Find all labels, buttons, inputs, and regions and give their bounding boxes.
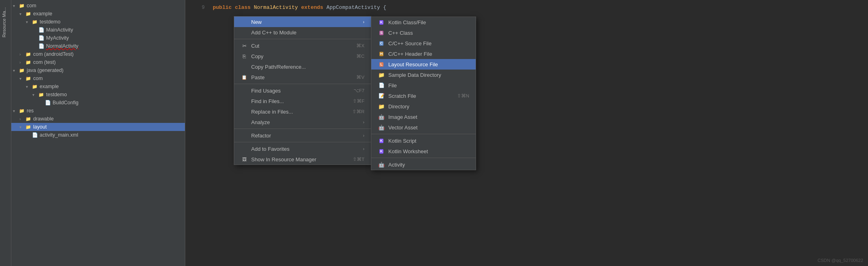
tree-item[interactable]: 📄MyActivity (11, 34, 185, 42)
submenu-sep2 (371, 158, 476, 158)
submenu-kotlin-script[interactable]: K Kotlin Script (371, 135, 476, 146)
context-menu: New › K Kotlin Class/File S C++ Class C … (234, 16, 371, 165)
cpp-class-icon: S (378, 30, 385, 36)
tree-item[interactable]: 📄NormalActivity (11, 42, 185, 50)
tree-item[interactable]: ▾📁testdemo (11, 18, 185, 26)
show-resource-icon: 🖼 (241, 156, 248, 163)
new-submenu: K Kotlin Class/File S C++ Class C C/C++ … (371, 17, 476, 170)
tree-item-label: example (33, 11, 52, 17)
resource-manager-label: Resource Ma... (0, 4, 8, 41)
favorites-submenu-arrow: › (363, 146, 364, 151)
submenu-sample-data-dir[interactable]: 📁 Sample Data Directory (371, 70, 476, 80)
class-icon: 📄 (38, 43, 44, 49)
submenu-directory[interactable]: 📁 Directory (371, 101, 476, 112)
tree-item-label: BuildConfig (53, 100, 78, 106)
tree-item[interactable]: ▾📁example (11, 82, 185, 91)
tree-item[interactable]: ▾📁example (11, 10, 185, 18)
context-menu-overlay: New › K Kotlin Class/File S C++ Class C … (185, 0, 868, 266)
tree-item-label: MyActivity (46, 35, 69, 41)
menu-item-paste[interactable]: 📋 Paste ⌘V (234, 72, 371, 82)
layout-resource-icon: L (378, 61, 385, 68)
tree-arrow: ▾ (19, 12, 25, 16)
image-asset-icon: 🤖 (378, 114, 385, 120)
c-header-icon: H (378, 51, 385, 57)
new-icon (241, 19, 248, 25)
submenu-kotlin-worksheet[interactable]: K Kotlin Worksheet (371, 146, 476, 156)
submenu-c-header[interactable]: H C/C++ Header File (371, 49, 476, 59)
kotlin-script-icon: K (378, 137, 385, 144)
tree-item[interactable]: ▾📁java (generated) (11, 66, 185, 74)
tree-arrow: › (19, 117, 25, 121)
menu-item-replace-in-files[interactable]: Replace in Files... ⇧⌘R (234, 106, 371, 117)
file-icon: 📄 (32, 132, 38, 138)
tree-arrow: ▾ (32, 93, 38, 97)
kotlin-class-icon: K (378, 19, 385, 25)
menu-item-cut[interactable]: ✂ Cut ⌘X (234, 40, 371, 51)
tree-arrow: ▾ (19, 76, 25, 81)
menu-item-copy-path[interactable]: Copy Path/Reference... (234, 61, 371, 72)
c-source-icon: C (378, 40, 385, 46)
tree-item-label: layout (33, 124, 47, 130)
tree-item[interactable]: 📄activity_main.xml (11, 131, 185, 139)
folder-icon: 📁 (25, 11, 32, 17)
submenu-layout-resource[interactable]: L Layout Resource File (371, 59, 476, 70)
analyze-submenu-arrow: › (363, 120, 364, 125)
menu-item-copy[interactable]: ⎘ Copy ⌘C (234, 51, 371, 61)
tree-item[interactable]: ›📁com (androidTest) (11, 50, 185, 58)
tree-item-label: activity_main.xml (40, 132, 78, 138)
tree-item[interactable]: ▾📁testdemo (11, 91, 185, 99)
tree-item[interactable]: 📄BuildConfig (11, 99, 185, 107)
editor-area: 9 public class NormalActivity extends Ap… (185, 0, 868, 266)
folder-icon: 📁 (19, 67, 25, 74)
submenu-c-source[interactable]: C C/C++ Source File (371, 38, 476, 49)
tree-item[interactable]: ▾📁com (11, 74, 185, 82)
menu-item-find-in-files[interactable]: Find in Files... ⇧⌘F (234, 96, 371, 106)
tree-item[interactable]: ›📁com (test) (11, 58, 185, 66)
tree-arrow: ▾ (13, 68, 19, 73)
resource-manager-bar: Resource Ma... (0, 0, 11, 266)
folder-icon: 📁 (25, 116, 32, 122)
menu-sep1 (234, 39, 371, 39)
tree-item-label: com (test) (33, 59, 56, 65)
tree-item-label: testdemo (46, 92, 67, 97)
menu-item-add-favorites[interactable]: Add to Favorites › (234, 144, 371, 154)
folder-icon: 📁 (25, 51, 32, 57)
refactor-submenu-arrow: › (363, 133, 364, 138)
vector-asset-icon: 🤖 (378, 124, 385, 131)
tree-item-label: com (androidTest) (33, 51, 74, 57)
tree-item[interactable]: ▾📁layout (11, 123, 185, 131)
menu-item-analyze[interactable]: Analyze › (234, 117, 371, 127)
tree-arrow: ▾ (26, 84, 32, 89)
submenu-cpp-class[interactable]: S C++ Class (371, 27, 476, 38)
tree-item[interactable]: ›📁drawable (11, 115, 185, 123)
tree-item[interactable]: 📄MainActivity (11, 26, 185, 34)
cut-icon: ✂ (241, 42, 248, 49)
tree-item[interactable]: ▾📁res (11, 107, 185, 115)
submenu-sep1 (371, 134, 476, 134)
menu-item-find-usages[interactable]: Find Usages ⌥F7 (234, 85, 371, 96)
tree-item-label: NormalActivity (46, 43, 78, 49)
submenu-activity[interactable]: 🤖 Activity (371, 159, 476, 170)
class-icon: 📄 (38, 27, 44, 33)
submenu-scratch-file[interactable]: 📝 Scratch File ⇧⌘N (371, 91, 476, 101)
menu-item-add-cpp[interactable]: Add C++ to Module (234, 27, 371, 38)
menu-item-show-resource[interactable]: 🖼 Show In Resource Manager ⇧⌘T (234, 154, 371, 165)
menu-item-refactor[interactable]: Refactor › (234, 130, 371, 141)
submenu-kotlin-class[interactable]: K Kotlin Class/File (371, 17, 476, 27)
tree-arrow: ▾ (26, 20, 32, 24)
submenu-image-asset[interactable]: 🤖 Image Asset (371, 112, 476, 122)
tree-item-label: MainActivity (46, 27, 73, 33)
tree-item-label: com (33, 76, 43, 81)
submenu-vector-asset[interactable]: 🤖 Vector Asset (371, 122, 476, 133)
directory-icon: 📁 (378, 103, 385, 110)
tree-item[interactable]: ▾📁com (11, 2, 185, 10)
tree-item-label: example (40, 84, 59, 89)
kotlin-worksheet-icon: K (378, 148, 385, 154)
class-icon: 📄 (38, 35, 44, 41)
folder-icon: 📁 (32, 83, 38, 90)
submenu-file[interactable]: 📄 File (371, 80, 476, 91)
menu-item-new[interactable]: New › K Kotlin Class/File S C++ Class C … (234, 17, 371, 27)
new-submenu-arrow: › (363, 19, 364, 24)
paste-icon: 📋 (241, 74, 248, 80)
class-icon: 📄 (44, 99, 51, 106)
